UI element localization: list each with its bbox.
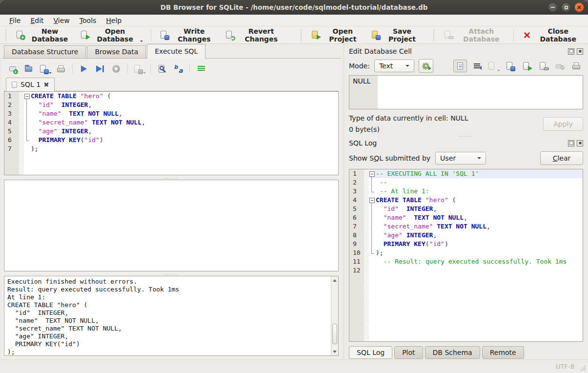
float-panel-button[interactable] [568,48,574,55]
set-null-button[interactable] [553,60,567,72]
menu-help[interactable]: Help [101,16,126,25]
open-database-button[interactable]: Open Database [75,25,147,45]
tab-remote[interactable]: Remote [482,346,524,359]
cell-edit-area[interactable] [378,76,583,109]
minimize-button[interactable] [548,2,558,12]
mode-label: Mode: [349,62,370,70]
import-file-button[interactable] [503,60,517,72]
maximize-button[interactable] [561,2,571,12]
menu-edit[interactable]: Edit [26,16,48,25]
cell-size-info: 0 byte(s) [349,125,468,133]
close-database-button[interactable]: Close Database [517,25,585,45]
close-sql-tab-icon[interactable] [44,82,49,87]
cell-info-row: Type of data currently in cell: NULL 0 b… [349,114,583,133]
toolbar-drag-handle[interactable] [5,30,8,41]
auto-format-button[interactable] [195,63,207,75]
scroll-up-icon[interactable] [331,277,338,284]
open-url-icon [538,61,548,71]
attach-database-icon [443,30,453,40]
code-line: 3 -- At line 1: [349,187,583,196]
submitted-by-select[interactable]: User [435,152,486,165]
attach-database-button[interactable]: Attach Database [439,25,510,45]
close-panel-button[interactable] [577,140,583,146]
sql-log-view[interactable]: 1-- EXECUTING ALL IN 'SQL 1'2 --3 -- At … [349,169,583,342]
code-line: 6 "name" TEXT NOT NULL, [349,213,583,222]
code-line: 5 "age" INTEGER, [4,127,338,136]
maximize-icon [565,6,568,9]
menu-view[interactable]: View [49,16,74,25]
import-file-icon [505,61,515,71]
right-panel: Edit Database Cell Mode: Text [344,44,588,359]
tab-database-structure[interactable]: Database Structure [4,45,86,58]
results-pane[interactable] [4,180,339,271]
close-panel-button[interactable] [577,48,583,55]
cell-editor[interactable]: NULL [349,75,583,109]
save-sql-file-button[interactable] [39,63,51,75]
sql-tab[interactable]: SQL 1 [6,78,55,91]
export-results-button[interactable] [133,63,145,75]
export-results-icon [133,64,143,74]
message-scrollbar[interactable] [331,276,338,355]
scroll-down-icon[interactable] [331,348,338,355]
cell-print-button[interactable] [569,60,583,72]
code-line: 7); [4,145,338,153]
tab-execute-sql[interactable]: Execute SQL [147,44,205,59]
close-button[interactable] [574,2,584,12]
export-file-icon [522,61,532,71]
find-replace-button[interactable]: ba [172,63,184,75]
execute-all-button[interactable] [78,63,90,75]
sql-editor[interactable]: 1CREATE TABLE "hero" (2 "id" INTEGER,3 "… [4,91,339,175]
float-panel-button[interactable] [568,140,574,146]
tab-plot[interactable]: Plot [394,346,423,359]
mode-select[interactable]: Text [374,60,414,72]
new-sql-tab-button[interactable]: + [7,63,19,75]
write-changes-button[interactable]: Write Changes [155,25,220,45]
toolbar-drag-handle[interactable] [433,30,436,41]
toolbar-drag-handle[interactable] [301,30,304,41]
splitter-handle[interactable]: ...... [349,133,583,138]
edit-cell-header: Edit Database Cell [349,46,583,57]
encoding-indicator[interactable]: UTF-8 [556,363,574,370]
code-line: 10); [349,249,583,257]
open-url-button[interactable] [536,60,550,72]
set-null-icon [555,61,565,71]
clear-log-button[interactable]: Clear [540,151,583,165]
main-toolbar: + New Database Open Database Write Chang… [0,26,588,44]
text-document-button[interactable] [453,60,467,72]
resize-grip-icon[interactable] [580,365,586,371]
tab-browse-data[interactable]: Browse Data [87,45,146,58]
code-line: 2 -- [349,178,583,187]
new-database-button[interactable]: + New Database [11,25,75,45]
find-button[interactable] [156,63,168,75]
window-title: DB Browser for SQLite - /home/user/code/… [161,3,428,11]
save-sql-dropdown-icon[interactable] [49,72,52,74]
export-file-button[interactable] [520,60,533,72]
cell-value: NULL [349,76,378,109]
close-icon [577,5,582,10]
tab-sql-log[interactable]: SQL Log [349,346,392,359]
menu-tools[interactable]: Tools [75,16,101,25]
word-wrap-button[interactable] [470,60,484,72]
print-button[interactable] [55,63,67,75]
apply-button[interactable]: Apply [543,117,583,131]
open-project-button[interactable]: Open Project [306,25,366,45]
close-database-icon [522,30,532,40]
code-line: 4 "secret_name" TEXT NOT NULL, [4,118,338,127]
open-sql-file-button[interactable] [23,63,35,75]
splitter-handle[interactable]: ...... [4,271,339,276]
menu-file[interactable]: File [5,16,25,25]
open-database-dropdown-icon[interactable] [140,41,143,42]
revert-changes-button[interactable]: Revert Changes [220,25,289,45]
cell-mode-row: Mode: Text [349,57,583,75]
gear-icon [423,63,428,69]
splitter-handle[interactable]: ...... [4,175,339,180]
tab-db-schema[interactable]: DB Schema [425,346,480,359]
bottom-tabbar: SQL Log Plot DB Schema Remote [349,342,583,359]
stop-execution-button[interactable] [110,63,122,75]
open-external-button[interactable] [487,60,500,72]
save-project-button[interactable]: Save Project [366,25,425,45]
apply-settings-button[interactable] [419,59,433,73]
scrollbar-thumb[interactable] [332,324,337,344]
code-line: 2 "id" INTEGER, [4,101,338,109]
execute-current-line-button[interactable] [94,63,106,75]
